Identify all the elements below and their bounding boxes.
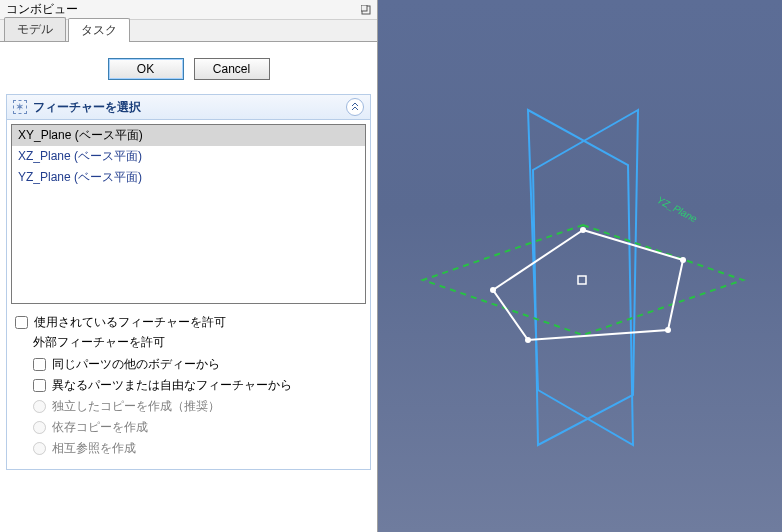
radio-label: 独立したコピーを作成（推奨） [52, 398, 220, 415]
combo-view-panel: コンボビュー モデル タスク OK Cancel ✶ フィーチャーを選択 [0, 0, 378, 532]
options-group: 使用されているフィーチャーを許可 外部フィーチャーを許可 同じパーツの他のボディ… [7, 308, 370, 469]
allow-used-features-row: 使用されているフィーチャーを許可 [15, 312, 362, 333]
tab-strip: モデル タスク [0, 20, 377, 42]
dependent-copy-row: 依存コピーを作成 [15, 417, 362, 438]
sketch-vertex [580, 227, 586, 233]
tab-label: タスク [81, 23, 117, 37]
section-icon: ✶ [13, 100, 27, 114]
from-other-parts-checkbox[interactable] [33, 379, 46, 392]
checkbox-label: 異なるパーツまたは自由なフィーチャーから [52, 377, 292, 394]
allow-used-features-checkbox[interactable] [15, 316, 28, 329]
checkbox-label: 同じパーツの他のボディーから [52, 356, 220, 373]
task-body: OK Cancel ✶ フィーチャーを選択 XY_Plane (ベース平面) X… [0, 42, 377, 532]
svg-rect-1 [361, 5, 367, 11]
sketch-vertex [525, 337, 531, 343]
cross-reference-row: 相互参照を作成 [15, 438, 362, 459]
sketch-vertex [665, 327, 671, 333]
cross-reference-radio [33, 442, 46, 455]
cancel-button[interactable]: Cancel [194, 58, 270, 80]
independent-copy-row: 独立したコピーを作成（推奨） [15, 396, 362, 417]
tab-model[interactable]: モデル [4, 17, 66, 41]
3d-viewport[interactable]: YZ_Plane [378, 0, 782, 532]
checkbox-label: 使用されているフィーチャーを許可 [34, 314, 226, 331]
xy-plane-outline [423, 225, 743, 335]
undock-icon[interactable] [359, 3, 373, 17]
from-other-bodies-row: 同じパーツの他のボディーから [15, 354, 362, 375]
select-feature-section: ✶ フィーチャーを選択 XY_Plane (ベース平面) XZ_Plane (ベ… [6, 94, 371, 470]
panel-title: コンボビュー [6, 1, 78, 18]
feature-listbox[interactable]: XY_Plane (ベース平面) XZ_Plane (ベース平面) YZ_Pla… [11, 124, 366, 304]
collapse-button[interactable] [346, 98, 364, 116]
allow-external-label: 外部フィーチャーを許可 [15, 333, 362, 354]
sketch-vertex [490, 287, 496, 293]
list-item[interactable]: XZ_Plane (ベース平面) [12, 146, 365, 167]
plane-label: YZ_Plane [655, 194, 699, 225]
sketch-pentagon [493, 230, 683, 340]
tab-task[interactable]: タスク [68, 18, 130, 42]
list-item[interactable]: XY_Plane (ベース平面) [12, 125, 365, 146]
from-other-parts-row: 異なるパーツまたは自由なフィーチャーから [15, 375, 362, 396]
radio-label: 相互参照を作成 [52, 440, 136, 457]
section-title: フィーチャーを選択 [33, 99, 141, 116]
sketch-vertex [680, 257, 686, 263]
dependent-copy-radio [33, 421, 46, 434]
xz-plane-outline [528, 110, 633, 445]
from-other-bodies-checkbox[interactable] [33, 358, 46, 371]
section-header[interactable]: ✶ フィーチャーを選択 [7, 95, 370, 120]
radio-label: 依存コピーを作成 [52, 419, 148, 436]
dialog-button-row: OK Cancel [6, 48, 371, 94]
list-item[interactable]: YZ_Plane (ベース平面) [12, 167, 365, 188]
ok-button[interactable]: OK [108, 58, 184, 80]
independent-copy-radio [33, 400, 46, 413]
tab-label: モデル [17, 22, 53, 36]
origin-marker [578, 276, 586, 284]
